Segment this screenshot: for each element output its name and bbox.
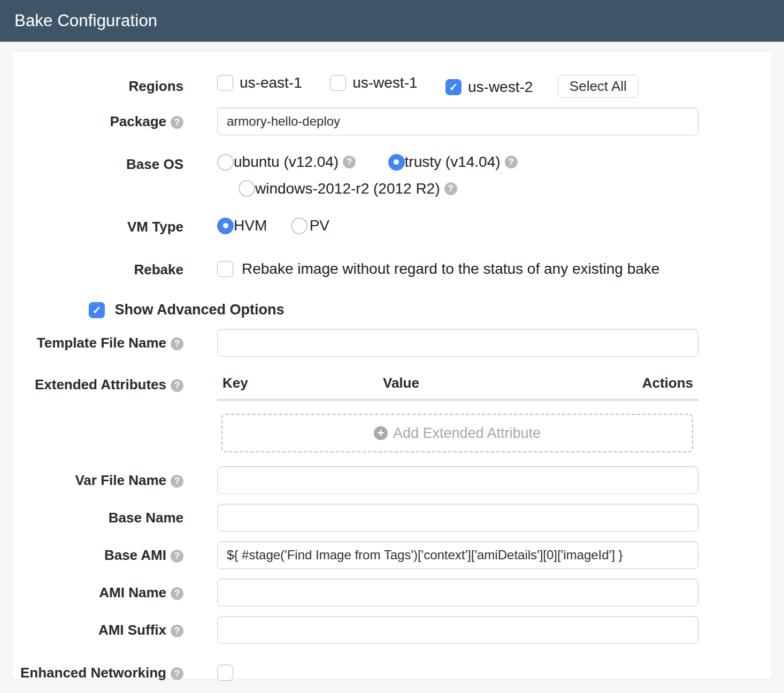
help-icon[interactable]: ? [171,587,183,600]
radio-ubuntu[interactable] [217,154,234,171]
help-icon[interactable]: ? [444,182,457,195]
base-name-label: Base Name [12,507,183,528]
column-header-value: Value [383,375,642,391]
plus-icon: + [374,426,388,440]
column-header-key: Key [222,375,383,391]
help-icon[interactable]: ? [343,156,356,168]
show-advanced-checkbox[interactable]: ✓ [89,302,105,318]
add-extended-attribute-button[interactable]: + Add Extended Attribute [221,414,693,452]
base-name-row: Base Name [12,504,772,532]
base-os-option-windows[interactable]: windows-2012-r2 (2012 R2) ? [239,180,457,197]
extended-attributes-row: Extended Attributes? Key Value Actions +… [12,374,772,452]
checkbox-us-east-1[interactable] [217,75,233,91]
base-ami-input[interactable] [217,541,698,569]
help-icon[interactable]: ? [171,475,183,488]
rebake-row: Rebake Rebake image without regard to th… [12,259,772,280]
rebake-label: Rebake [12,259,183,280]
ami-name-input[interactable] [217,579,698,606]
help-icon[interactable]: ? [171,337,183,350]
help-icon[interactable]: ? [505,156,518,168]
base-os-option-label: windows-2012-r2 (2012 R2) [255,180,440,197]
base-os-label: Base OS [12,153,183,175]
extended-attributes-table-header: Key Value Actions [217,374,698,401]
show-advanced-row[interactable]: ✓ Show Advanced Options [12,302,772,318]
var-file-name-label: Var File Name [75,472,166,488]
template-file-name-row: Template File Name? [12,329,772,357]
radio-hvm[interactable] [217,218,234,234]
ami-name-row: AMI Name? [12,579,772,606]
package-input[interactable] [217,107,698,135]
region-option-us-west-1[interactable]: us-west-1 [330,74,417,91]
template-file-name-input[interactable] [217,329,698,357]
select-all-button[interactable]: Select All [558,75,639,98]
regions-label: Regions [12,75,183,97]
ami-name-label: AMI Name [99,584,166,600]
base-ami-row: Base AMI? [12,541,772,569]
ami-suffix-row: AMI Suffix? [12,616,772,644]
base-name-input[interactable] [217,504,698,532]
bake-configuration-panel: Regions us-east-1 us-west-1 ✓ us-west-2 … [12,51,772,679]
template-file-name-label: Template File Name [37,335,166,351]
help-icon[interactable]: ? [171,625,183,637]
base-os-option-label: ubuntu (v12.04) [234,153,339,171]
bake-configuration-header: Bake Configuration [0,0,784,42]
column-header-actions: Actions [642,375,693,391]
region-label: us-east-1 [240,74,302,91]
rebake-option[interactable]: Rebake image without regard to the statu… [217,260,659,278]
radio-pv[interactable] [291,218,308,234]
ami-suffix-input[interactable] [217,616,698,644]
vm-type-option-pv[interactable]: PV [291,217,329,234]
page-title: Bake Configuration [14,11,157,30]
base-ami-label: Base AMI [104,547,166,563]
enhanced-networking-row: Enhanced Networking? [12,662,772,683]
rebake-checkbox-label: Rebake image without regard to the statu… [242,260,659,278]
region-option-us-east-1[interactable]: us-east-1 [217,74,302,91]
base-os-option-ubuntu[interactable]: ubuntu (v12.04) ? [217,153,356,171]
package-row: Package? [12,107,772,135]
base-os-row: Base OS ubuntu (v12.04) ? trusty (v14.04… [12,153,772,199]
region-option-us-west-2[interactable]: ✓ us-west-2 [445,79,533,96]
ami-suffix-label: AMI Suffix [98,622,166,638]
enhanced-networking-checkbox[interactable] [217,665,233,681]
radio-trusty[interactable] [388,154,405,171]
vm-type-label: VM Type [12,216,183,237]
package-label: Package [110,113,166,129]
base-os-option-trusty[interactable]: trusty (v14.04) ? [388,153,518,171]
help-icon[interactable]: ? [171,116,183,129]
vm-type-row: VM Type HVM PV [12,216,772,237]
vm-type-option-label: HVM [234,217,267,234]
add-extended-attribute-label: Add Extended Attribute [393,425,541,442]
region-label: us-west-2 [468,79,533,96]
help-icon[interactable]: ? [171,379,183,392]
checkbox-us-west-2[interactable]: ✓ [445,79,462,95]
base-os-option-label: trusty (v14.04) [405,153,501,171]
show-advanced-label: Show Advanced Options [114,302,284,318]
vm-type-option-hvm[interactable]: HVM [217,217,267,234]
checkbox-us-west-1[interactable] [330,75,346,91]
extended-attributes-label: Extended Attributes [35,376,166,392]
regions-row: Regions us-east-1 us-west-1 ✓ us-west-2 … [12,74,772,98]
var-file-name-input[interactable] [217,466,698,494]
region-label: us-west-1 [352,74,417,91]
vm-type-option-label: PV [310,217,329,234]
var-file-name-row: Var File Name? [12,466,772,494]
help-icon[interactable]: ? [171,550,183,563]
help-icon[interactable]: ? [171,667,183,680]
rebake-checkbox[interactable] [217,261,233,277]
radio-windows[interactable] [239,180,255,197]
enhanced-networking-label: Enhanced Networking [20,665,166,681]
